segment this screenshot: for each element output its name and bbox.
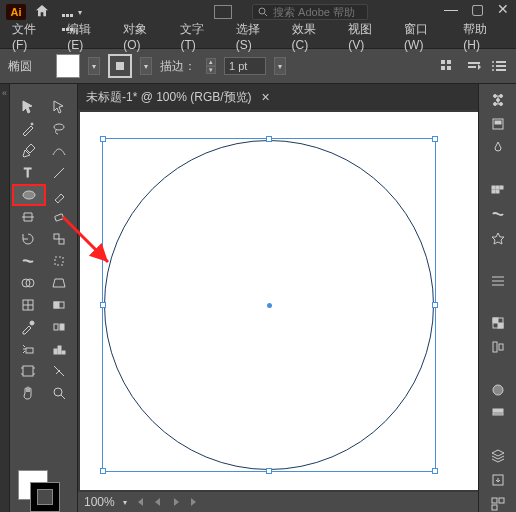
menu-effect[interactable]: 效果(C) bbox=[286, 19, 339, 54]
color-picker-icon[interactable] bbox=[487, 140, 509, 156]
symbols-panel-icon[interactable] bbox=[487, 230, 509, 246]
svg-rect-58 bbox=[492, 505, 497, 510]
handle-top-right[interactable] bbox=[432, 136, 438, 142]
ellipse-tool[interactable] bbox=[12, 184, 46, 206]
handle-mid-left[interactable] bbox=[100, 302, 106, 308]
nav-first-icon[interactable] bbox=[135, 497, 145, 507]
libraries-icon[interactable] bbox=[487, 116, 509, 132]
close-button[interactable]: ✕ bbox=[494, 2, 512, 16]
layout-switcher[interactable]: ▾ bbox=[58, 7, 86, 17]
transparency-panel-icon[interactable] bbox=[487, 315, 509, 331]
eyedropper-tool[interactable] bbox=[12, 316, 44, 338]
width-tool[interactable] bbox=[12, 250, 44, 272]
column-graph-tool[interactable] bbox=[44, 338, 76, 360]
artboard-tool[interactable] bbox=[12, 360, 44, 382]
menu-select[interactable]: 选择(S) bbox=[230, 19, 282, 54]
handle-top-mid[interactable] bbox=[266, 136, 272, 142]
svg-rect-2 bbox=[447, 60, 451, 64]
arrange-icon[interactable] bbox=[466, 58, 482, 74]
svg-rect-20 bbox=[55, 257, 63, 265]
canvas[interactable] bbox=[80, 112, 514, 490]
menu-view[interactable]: 视图(V) bbox=[342, 19, 394, 54]
menu-window[interactable]: 窗口(W) bbox=[398, 19, 453, 54]
tool-panel: T bbox=[10, 84, 78, 512]
zoom-dropdown[interactable]: ▾ bbox=[123, 498, 127, 507]
svg-text:T: T bbox=[24, 166, 32, 180]
handle-bottom-right[interactable] bbox=[432, 468, 438, 474]
rotate-tool[interactable] bbox=[12, 228, 44, 250]
handle-top-left[interactable] bbox=[100, 136, 106, 142]
menu-help[interactable]: 帮助(H) bbox=[457, 19, 510, 54]
align-panel-icon[interactable] bbox=[487, 339, 509, 355]
fill-color-swatch[interactable] bbox=[56, 54, 80, 78]
eraser-tool[interactable] bbox=[44, 206, 76, 228]
line-tool[interactable] bbox=[44, 162, 76, 184]
fill-stroke-swatches[interactable] bbox=[18, 470, 60, 512]
nav-prev-icon[interactable] bbox=[153, 497, 163, 507]
svg-rect-8 bbox=[496, 65, 506, 67]
menu-type[interactable]: 文字(T) bbox=[174, 19, 225, 54]
stroke-panel-icon[interactable] bbox=[487, 273, 509, 289]
free-transform-tool[interactable] bbox=[44, 250, 76, 272]
handle-bottom-left[interactable] bbox=[100, 468, 106, 474]
handle-bottom-mid[interactable] bbox=[266, 468, 272, 474]
properties-icon[interactable] bbox=[487, 92, 509, 108]
blend-tool[interactable] bbox=[44, 316, 76, 338]
stroke-swatch[interactable] bbox=[30, 482, 60, 512]
lasso-tool[interactable] bbox=[44, 118, 76, 140]
search-input[interactable] bbox=[273, 6, 363, 18]
svg-rect-6 bbox=[468, 66, 476, 68]
stroke-weight-dropdown[interactable]: ▾ bbox=[274, 57, 286, 75]
stroke-stepper[interactable]: ▴▾ bbox=[206, 58, 216, 74]
brushes-panel-icon[interactable] bbox=[487, 206, 509, 222]
stroke-weight-input[interactable] bbox=[224, 57, 266, 75]
svg-rect-41 bbox=[495, 121, 501, 124]
paintbrush-tool[interactable] bbox=[46, 184, 76, 206]
shaper-tool[interactable] bbox=[12, 206, 44, 228]
menu-object[interactable]: 对象(O) bbox=[117, 19, 170, 54]
slice-tool[interactable] bbox=[44, 360, 76, 382]
shape-builder-tool[interactable] bbox=[12, 272, 44, 294]
magic-wand-tool[interactable] bbox=[12, 118, 44, 140]
tab-close-icon[interactable]: × bbox=[262, 89, 270, 105]
bounding-box[interactable] bbox=[102, 138, 436, 472]
maximize-button[interactable]: ▢ bbox=[468, 2, 486, 16]
shape-name: 椭圆 bbox=[8, 58, 48, 75]
stroke-dropdown[interactable]: ▾ bbox=[140, 57, 152, 75]
zoom-tool[interactable] bbox=[44, 382, 76, 404]
menu-edit[interactable]: 编辑(E) bbox=[61, 19, 113, 54]
list-icon[interactable] bbox=[492, 58, 508, 74]
asset-export-icon[interactable] bbox=[487, 472, 509, 488]
graphic-styles-icon[interactable] bbox=[487, 406, 509, 422]
document-tab[interactable]: 未标题-1* @ 100% (RGB/预览) bbox=[86, 89, 252, 106]
align-icon[interactable] bbox=[440, 58, 456, 74]
symbol-sprayer-tool[interactable] bbox=[12, 338, 44, 360]
zoom-level[interactable]: 100% bbox=[84, 495, 115, 509]
pen-tool[interactable] bbox=[12, 140, 44, 162]
scale-tool[interactable] bbox=[44, 228, 76, 250]
curvature-tool[interactable] bbox=[44, 140, 76, 162]
perspective-grid-tool[interactable] bbox=[44, 272, 76, 294]
appearance-panel-icon[interactable] bbox=[487, 382, 509, 398]
hand-tool[interactable] bbox=[12, 382, 44, 404]
selection-tool[interactable] bbox=[12, 96, 44, 118]
left-rail[interactable]: « bbox=[0, 84, 10, 512]
gradient-tool[interactable] bbox=[44, 294, 76, 316]
fill-dropdown[interactable]: ▾ bbox=[88, 57, 100, 75]
nav-last-icon[interactable] bbox=[189, 497, 199, 507]
panel-icon[interactable] bbox=[214, 5, 232, 19]
nav-next-icon[interactable] bbox=[171, 497, 181, 507]
mesh-tool[interactable] bbox=[12, 294, 44, 316]
artboards-panel-icon[interactable] bbox=[487, 496, 509, 512]
svg-rect-48 bbox=[493, 318, 498, 323]
swatches-panel-icon[interactable] bbox=[487, 182, 509, 198]
type-tool[interactable]: T bbox=[12, 162, 44, 184]
svg-rect-49 bbox=[498, 323, 503, 328]
handle-mid-right[interactable] bbox=[432, 302, 438, 308]
stroke-color-swatch[interactable] bbox=[108, 54, 132, 78]
direct-selection-tool[interactable] bbox=[44, 96, 76, 118]
svg-rect-45 bbox=[492, 190, 495, 193]
layers-panel-icon[interactable] bbox=[487, 448, 509, 464]
menu-file[interactable]: 文件(F) bbox=[6, 19, 57, 54]
minimize-button[interactable]: — bbox=[442, 2, 460, 16]
